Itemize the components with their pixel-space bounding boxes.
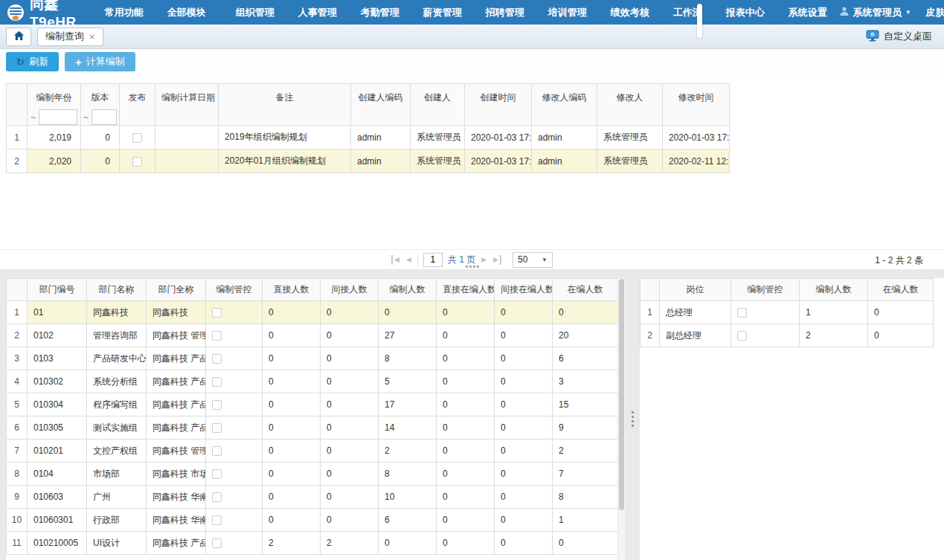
plan-table-row[interactable]: 2 2,020 0 2020年01月组织编制规划 admin 系统管理员 202… [7, 149, 730, 173]
department-row[interactable]: 4 010302 系统分析组 同鑫科技 产品研发 0 0 5 0 0 3 [7, 370, 618, 393]
department-row[interactable]: 3 0103 产品研发中心 同鑫科技 产品研发 0 0 8 0 0 6 [7, 347, 618, 370]
column-header[interactable]: 间接在编人数 [495, 279, 553, 301]
column-header-publish[interactable]: 发布 [120, 84, 155, 126]
nav-scrollbar-thumb[interactable] [697, 4, 702, 38]
department-row[interactable]: 11 010210005 UI设计 同鑫科技 产品研发 2 2 0 0 0 0 [7, 532, 618, 555]
row-number-header [7, 84, 28, 126]
establishment-control-checkbox[interactable] [212, 492, 222, 502]
column-header-note[interactable]: 备注 [219, 84, 351, 126]
close-icon[interactable]: × [89, 32, 95, 42]
column-header[interactable]: 部门编号 [28, 279, 87, 301]
last-page-button[interactable]: ▶ [492, 255, 501, 265]
establishment-control-checkbox[interactable] [212, 446, 222, 456]
page-size-select[interactable]: 50 ▼ [513, 252, 553, 268]
publish-checkbox[interactable] [132, 157, 142, 167]
department-row[interactable]: 6 010305 测试实施组 同鑫科技 产品研发 0 0 14 0 0 9 [7, 416, 618, 440]
column-header-creator-code[interactable]: 创建人编码 [351, 84, 411, 126]
dept-name-cell: 同鑫科技 [87, 301, 147, 324]
establishment-control-checkbox[interactable] [212, 469, 222, 479]
column-header[interactable]: 编制人数 [800, 279, 868, 301]
app-logo[interactable]: 同鑫T9eHR [7, 0, 77, 30]
column-header[interactable]: 在编人数 [553, 279, 618, 301]
calculate-establishment-button[interactable]: + 计算编制 [65, 52, 135, 71]
customize-desktop-button[interactable]: 自定义桌面 [866, 30, 932, 44]
column-header-create-time[interactable]: 创建时间 [465, 84, 532, 126]
user-menu[interactable]: 系统管理员 ▼ [839, 6, 911, 19]
column-header-modify-time[interactable]: 修改时间 [663, 84, 730, 126]
column-header[interactable]: 编制人数 [379, 279, 437, 301]
column-header[interactable]: 在编人数 [868, 279, 934, 301]
nav-item[interactable]: 组织管理 [224, 0, 286, 25]
position-row[interactable]: 1 总经理 1 0 [640, 301, 934, 324]
establishment-control-checkbox[interactable] [212, 331, 222, 341]
establishment-control-checkbox[interactable] [212, 538, 222, 548]
first-page-button[interactable]: ◀ [391, 255, 400, 265]
dept-code-cell: 0103 [28, 347, 87, 370]
position-row[interactable]: 2 副总经理 2 0 [640, 324, 934, 347]
skin-menu[interactable]: 皮肤 ▼ [926, 6, 944, 19]
column-header[interactable]: 编制管控 [731, 279, 800, 301]
department-panel: 部门编号部门名称部门全称编制管控直接人数间接人数编制人数直接在编人数间接在编人数… [6, 278, 625, 560]
department-row[interactable]: 10 01060301 行政部 同鑫科技 华南基地 0 0 6 0 0 1 [7, 509, 618, 532]
prev-page-button[interactable]: ◀ [405, 255, 412, 265]
nav-item[interactable]: 培训管理 [536, 0, 599, 25]
column-header[interactable]: 部门全称 [147, 279, 206, 301]
top-nav: 同鑫T9eHR 常用功能全部模块 组织管理人事管理考勤管理薪资管理招聘管理培训管… [0, 0, 944, 25]
row-number: 2 [640, 324, 660, 347]
column-header-creator[interactable]: 创建人 [411, 84, 465, 126]
column-header[interactable]: 间接人数 [321, 279, 379, 301]
column-header[interactable]: 编制管控 [206, 279, 263, 301]
scrollbar-thumb[interactable] [619, 279, 624, 510]
nav-item[interactable]: 招聘管理 [474, 0, 536, 25]
next-page-button[interactable]: ▶ [481, 255, 487, 265]
plan-table-row[interactable]: 1 2,019 0 2019年组织编制规划 admin 系统管理员 2020-0… [7, 126, 730, 149]
establishment-control-checkbox[interactable] [212, 354, 222, 364]
department-row[interactable]: 7 010201 文控产权组 同鑫科技 管理咨询 0 0 2 0 0 2 [7, 440, 618, 463]
column-header-modifier[interactable]: 修改人 [597, 84, 663, 126]
vertical-scrollbar[interactable] [617, 278, 625, 560]
department-row[interactable]: 5 010304 程序编写组 同鑫科技 产品研发 0 0 17 0 0 15 [7, 393, 618, 416]
direct-active-cell: 0 [437, 370, 495, 393]
column-header[interactable]: 部门名称 [87, 279, 147, 301]
nav-item[interactable]: 工作流 [661, 0, 714, 25]
column-header-calc-date[interactable]: 编制计算日期 [155, 84, 219, 126]
refresh-button[interactable]: ↻ 刷新 [6, 52, 59, 71]
panel-resize-handle[interactable] [464, 264, 481, 269]
column-header[interactable]: 直接人数 [263, 279, 321, 301]
establishment-control-checkbox[interactable] [212, 423, 222, 433]
establishment-control-checkbox[interactable] [212, 377, 222, 387]
column-header-version[interactable]: 版本 ~ [81, 84, 120, 126]
vertical-splitter[interactable] [625, 278, 640, 560]
column-header-modifier-code[interactable]: 修改人编码 [532, 84, 597, 126]
column-header[interactable]: 岗位 [660, 279, 731, 301]
publish-checkbox[interactable] [132, 133, 142, 143]
dept-code-cell: 01 [28, 301, 87, 324]
column-header-year[interactable]: 编制年份 ~ [28, 84, 81, 126]
establishment-control-checkbox[interactable] [212, 308, 222, 318]
year-filter-input[interactable] [39, 109, 77, 125]
nav-item[interactable]: 人事管理 [286, 0, 349, 25]
department-row[interactable]: 1 01 同鑫科技 同鑫科技 0 0 0 0 0 0 [7, 301, 618, 324]
version-filter-input[interactable] [91, 109, 117, 125]
nav-item[interactable]: 全部模块 [155, 0, 218, 25]
nav-item[interactable]: 系统设置 [777, 0, 839, 25]
department-row[interactable]: 2 0102 管理咨询部 同鑫科技 管理咨询 0 0 27 0 0 20 [7, 324, 618, 347]
establishment-control-checkbox[interactable] [212, 515, 222, 525]
pagination-bar: ◀ ◀ 共 1 页 ▶ ▶ 50 ▼ 1 - 2 共 2 条 [0, 249, 944, 269]
department-row[interactable]: 8 0104 市场部 同鑫科技 市场部 0 0 8 0 0 7 [7, 463, 618, 486]
planned-count-cell: 10 [379, 486, 437, 509]
page-number-input[interactable] [423, 253, 443, 267]
establishment-control-checkbox[interactable] [212, 400, 222, 410]
establishment-control-checkbox[interactable] [737, 331, 747, 341]
nav-item[interactable]: 考勤管理 [349, 0, 411, 25]
nav-item[interactable]: 常用功能 [93, 0, 155, 25]
department-row[interactable]: 9 010603 广州 同鑫科技 华南基地 0 0 10 0 0 8 [7, 486, 618, 509]
nav-item[interactable]: 绩效考核 [599, 0, 661, 25]
nav-item[interactable]: 薪资管理 [411, 0, 474, 25]
dept-fullname-cell: 同鑫科技 产品研发 [147, 532, 206, 555]
establishment-control-checkbox[interactable] [737, 308, 747, 318]
nav-item[interactable]: 报表中心 [714, 0, 777, 25]
column-header[interactable]: 直接在编人数 [437, 279, 495, 301]
dept-name-cell: 广州 [87, 486, 147, 509]
active-count-cell: 6 [553, 347, 618, 370]
